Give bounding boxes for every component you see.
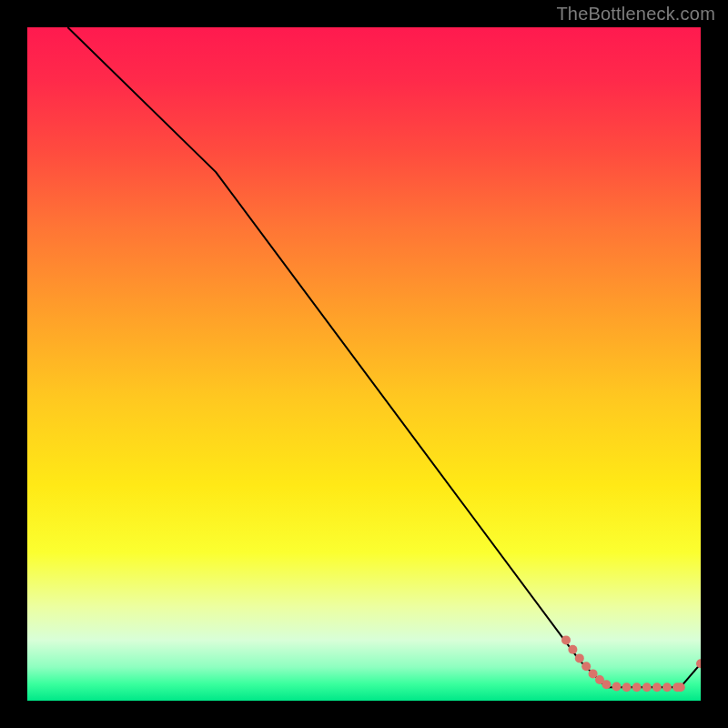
chart-marker (612, 682, 622, 691)
outer-frame: TheBottleneck.com (0, 0, 728, 728)
chart-marker (581, 662, 591, 671)
chart-marker (676, 682, 685, 692)
chart-background-gradient (27, 27, 701, 701)
attribution-text: TheBottleneck.com (556, 4, 715, 25)
chart-marker (602, 680, 611, 689)
chart-plot-area (27, 27, 701, 701)
chart-marker (568, 645, 577, 654)
chart-marker (561, 635, 571, 644)
chart-svg (27, 27, 701, 701)
chart-marker (632, 682, 642, 692)
chart-marker (652, 682, 662, 692)
chart-marker (589, 669, 598, 678)
chart-marker (622, 682, 632, 692)
chart-marker (642, 682, 652, 692)
chart-marker (575, 653, 584, 662)
chart-marker (662, 682, 672, 692)
